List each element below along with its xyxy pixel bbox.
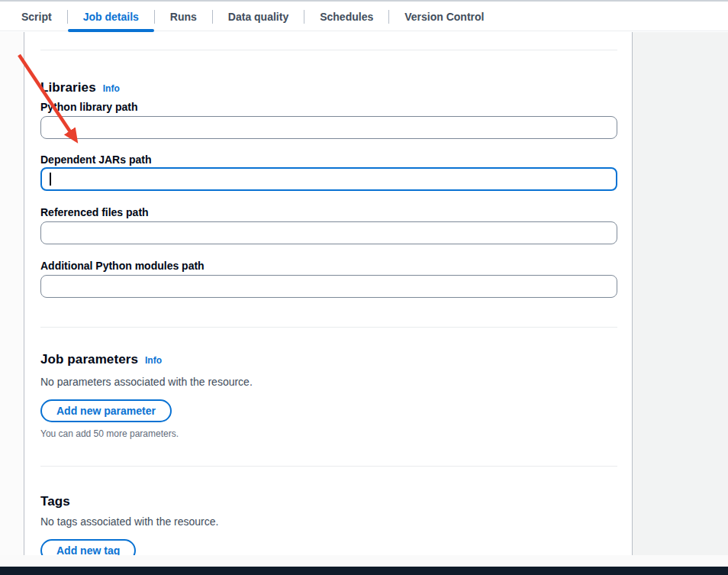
dependent-jars-path-label: Dependent JARs path <box>40 153 617 166</box>
tab-data-quality[interactable]: Data quality <box>213 2 304 32</box>
job-parameters-section: Job parameters Info No parameters associ… <box>40 351 617 440</box>
job-details-panel: Libraries Info Python library path Depen… <box>24 32 633 555</box>
glue-job-details-page: Script Job details Runs Data quality Sch… <box>0 0 728 575</box>
referenced-files-path-label: Referenced files path <box>40 205 617 219</box>
tab-data-quality-label: Data quality <box>228 11 288 23</box>
job-parameters-empty-text: No parameters associated with the resour… <box>40 374 617 389</box>
libraries-title: Libraries <box>40 79 96 96</box>
add-new-parameter-button[interactable]: Add new parameter <box>40 399 172 422</box>
additional-python-modules-path-field <box>40 275 617 298</box>
tab-version-control-label: Version Control <box>404 11 484 23</box>
tags-empty-text: No tags associated with the resource. <box>40 514 617 529</box>
additional-python-modules-path-label: Additional Python modules path <box>40 259 617 273</box>
tab-job-details-label: Job details <box>83 11 139 23</box>
tab-script-label: Script <box>21 11 52 23</box>
python-library-path-input[interactable] <box>40 116 617 139</box>
dependent-jars-path-input[interactable] <box>40 167 617 191</box>
job-parameters-hint-text: You can add 50 more parameters. <box>40 428 617 440</box>
python-library-path-label: Python library path <box>40 100 617 114</box>
section-divider <box>40 466 617 467</box>
referenced-files-path-input[interactable] <box>40 221 617 244</box>
tab-bar: Script Job details Runs Data quality Sch… <box>0 0 728 32</box>
left-gutter <box>0 32 24 555</box>
bottom-strip <box>0 555 728 567</box>
console-footer-bar <box>0 567 728 575</box>
section-divider <box>40 327 617 328</box>
python-library-path-field <box>40 116 617 139</box>
right-gutter <box>633 32 728 555</box>
tab-runs-label: Runs <box>170 11 197 23</box>
tab-schedules[interactable]: Schedules <box>304 2 388 32</box>
tab-job-details[interactable]: Job details <box>68 2 154 32</box>
tab-script[interactable]: Script <box>6 2 67 32</box>
tags-title: Tags <box>40 493 70 510</box>
content-row: Libraries Info Python library path Depen… <box>0 32 728 555</box>
libraries-section: Libraries Info Python library path Depen… <box>40 79 617 298</box>
tab-schedules-label: Schedules <box>320 11 373 23</box>
text-cursor <box>50 173 51 186</box>
section-divider <box>40 50 617 50</box>
add-new-tag-button[interactable]: Add new tag <box>40 539 136 555</box>
referenced-files-path-field <box>40 221 617 244</box>
dependent-jars-path-field <box>40 167 617 191</box>
job-parameters-title: Job parameters <box>40 351 138 368</box>
job-parameters-info-link[interactable]: Info <box>145 355 162 366</box>
tab-version-control[interactable]: Version Control <box>389 2 499 32</box>
tab-runs[interactable]: Runs <box>155 2 212 32</box>
tags-section: Tags No tags associated with the resourc… <box>40 493 617 555</box>
libraries-info-link[interactable]: Info <box>103 83 120 94</box>
additional-python-modules-path-input[interactable] <box>40 275 617 298</box>
